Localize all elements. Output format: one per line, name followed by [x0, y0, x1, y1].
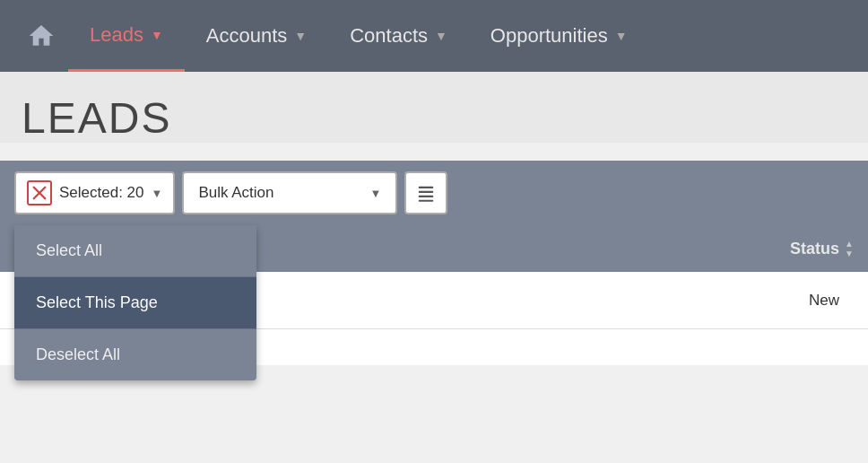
nav-opportunities-label: Opportunities	[490, 24, 608, 48]
list-view-button[interactable]	[404, 171, 447, 214]
deselect-all-option[interactable]: Deselect All	[14, 329, 256, 380]
select-all-option[interactable]: Select All	[14, 225, 256, 277]
x-icon	[31, 185, 48, 201]
lead-status: New	[809, 292, 854, 310]
nav-leads[interactable]: Leads ▼	[68, 0, 185, 72]
select-all-label: Select All	[36, 241, 102, 259]
status-sort-icon: ▲ ▼	[845, 240, 854, 258]
status-column-header[interactable]: Status ▲ ▼	[790, 240, 854, 258]
nav-opportunities[interactable]: Opportunities ▼	[469, 0, 649, 72]
deselect-all-label: Deselect All	[36, 345, 120, 363]
nav-contacts-label: Contacts	[350, 24, 428, 48]
svg-rect-2	[419, 187, 434, 188]
svg-rect-5	[419, 200, 434, 202]
selected-count-label: Selected: 20	[59, 184, 144, 202]
nav-contacts[interactable]: Contacts ▼	[328, 0, 469, 72]
leads-chevron-icon: ▼	[151, 28, 163, 42]
nav-accounts-label: Accounts	[206, 24, 288, 48]
page-title: LEADS	[22, 93, 846, 143]
select-this-page-option[interactable]: Select This Page	[14, 277, 256, 329]
opportunities-chevron-icon: ▼	[615, 29, 628, 43]
selection-dropdown-menu: Select All Select This Page Deselect All	[14, 225, 256, 380]
svg-rect-3	[419, 191, 434, 193]
home-icon	[27, 22, 56, 50]
status-header-label: Status	[790, 240, 839, 258]
svg-rect-4	[419, 196, 434, 197]
bulk-action-chevron-icon: ▼	[370, 187, 382, 200]
nav-leads-label: Leads	[90, 23, 143, 47]
nav-accounts[interactable]: Accounts ▼	[185, 0, 328, 72]
select-this-page-label: Select This Page	[36, 293, 158, 311]
toolbar: Selected: 20 ▼ Bulk Action ▼ Select All …	[0, 161, 868, 225]
selected-chevron-icon: ▼	[152, 187, 163, 200]
bulk-action-label: Bulk Action	[198, 184, 362, 202]
clear-selection-icon	[27, 180, 52, 205]
selected-dropdown-button[interactable]: Selected: 20 ▼	[14, 171, 175, 214]
navbar: Leads ▼ Accounts ▼ Contacts ▼ Opportunit…	[0, 0, 868, 72]
list-icon	[416, 183, 436, 203]
accounts-chevron-icon: ▼	[294, 29, 307, 43]
bulk-action-button[interactable]: Bulk Action ▼	[182, 171, 397, 214]
contacts-chevron-icon: ▼	[435, 29, 447, 43]
page-content: LEADS	[0, 72, 868, 143]
home-button[interactable]	[14, 0, 68, 72]
